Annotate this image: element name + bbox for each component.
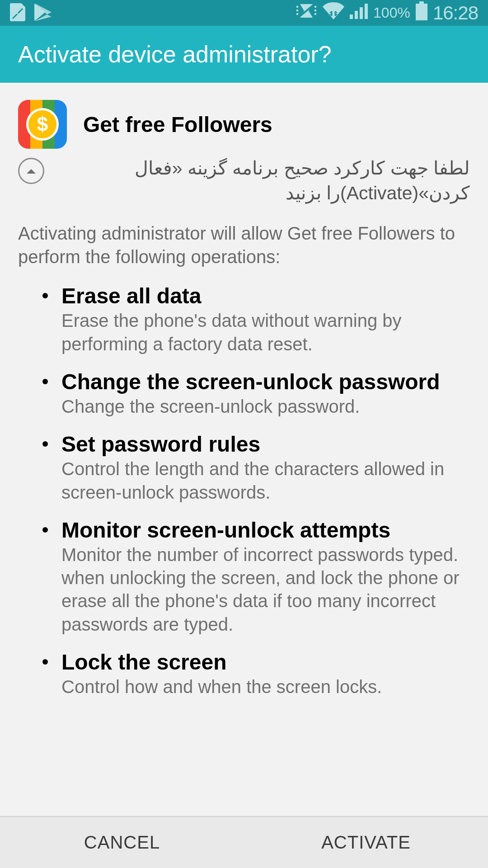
footer-actions: CANCEL ACTIVATE [0, 816, 488, 868]
intro-text: Activating administrator will allow Get … [18, 222, 470, 269]
permission-body: Erase all data Erase the phone's data wi… [61, 283, 470, 356]
page-title: Activate device administrator? [18, 41, 332, 68]
wifi-icon [323, 2, 344, 24]
permission-body: Change the screen-unlock password Change… [61, 369, 470, 418]
app-header: $ Get free Followers [18, 100, 470, 149]
chevron-up-icon [26, 167, 37, 175]
permission-body: Lock the screen Control how and when the… [61, 650, 470, 698]
play-store-icon [34, 2, 52, 24]
bullet-icon [42, 379, 48, 384]
coin-icon: $ [26, 108, 59, 141]
app-bar: Activate device administrator? [0, 26, 488, 83]
permission-body: Monitor screen-unlock attempts Monitor t… [61, 518, 470, 636]
clock: 16:28 [433, 2, 478, 24]
permission-item: Change the screen-unlock password Change… [42, 369, 470, 418]
permissions-list: Erase all data Erase the phone's data wi… [18, 283, 470, 698]
description-row: لطفا جهت کارکرد صحیح برنامه گزینه «فعال … [18, 156, 470, 206]
bullet-icon [42, 659, 48, 665]
permission-description: Erase the phone's data without warning b… [61, 309, 470, 355]
bullet-icon [42, 441, 48, 447]
app-description: لطفا جهت کارکرد صحیح برنامه گزینه «فعال … [58, 156, 470, 206]
vibrate-icon [296, 2, 317, 24]
permission-description: Change the screen-unlock password. [61, 395, 470, 418]
svg-rect-4 [360, 7, 363, 19]
app-icon: $ [18, 100, 67, 149]
bullet-icon [42, 527, 48, 533]
permission-description: Control how and when the screen locks. [61, 675, 470, 698]
battery-icon [416, 1, 427, 24]
svg-rect-3 [355, 11, 358, 19]
collapse-toggle[interactable] [18, 158, 44, 184]
permission-title: Monitor screen-unlock attempts [61, 518, 470, 542]
svg-rect-2 [350, 14, 353, 19]
permission-item: Lock the screen Control how and when the… [42, 650, 470, 698]
svg-rect-6 [419, 1, 424, 4]
bullet-icon [42, 293, 48, 298]
permission-body: Set password rules Control the length an… [61, 432, 470, 504]
permission-title: Change the screen-unlock password [61, 369, 470, 394]
status-right: 100% 16:28 [296, 1, 478, 24]
permission-description: Control the length and the characters al… [61, 458, 470, 504]
permission-title: Set password rules [61, 432, 470, 457]
permission-item: Erase all data Erase the phone's data wi… [42, 283, 470, 356]
status-left [10, 2, 52, 24]
svg-rect-7 [416, 4, 427, 20]
permission-description: Monitor the number of incorrect password… [61, 543, 470, 636]
cancel-button[interactable]: CANCEL [0, 817, 244, 868]
content-area: $ Get free Followers لطفا جهت کارکرد صحی… [0, 83, 488, 816]
sim-icon [10, 3, 25, 23]
signal-icon [350, 3, 368, 23]
battery-percentage: 100% [373, 5, 410, 21]
svg-rect-5 [365, 4, 368, 19]
permission-title: Lock the screen [61, 650, 470, 675]
activate-button[interactable]: ACTIVATE [244, 817, 488, 868]
permission-item: Monitor screen-unlock attempts Monitor t… [42, 518, 470, 636]
app-name: Get free Followers [83, 112, 272, 137]
permission-item: Set password rules Control the length an… [42, 432, 470, 504]
permission-title: Erase all data [61, 283, 470, 308]
status-bar: 100% 16:28 [0, 0, 488, 26]
